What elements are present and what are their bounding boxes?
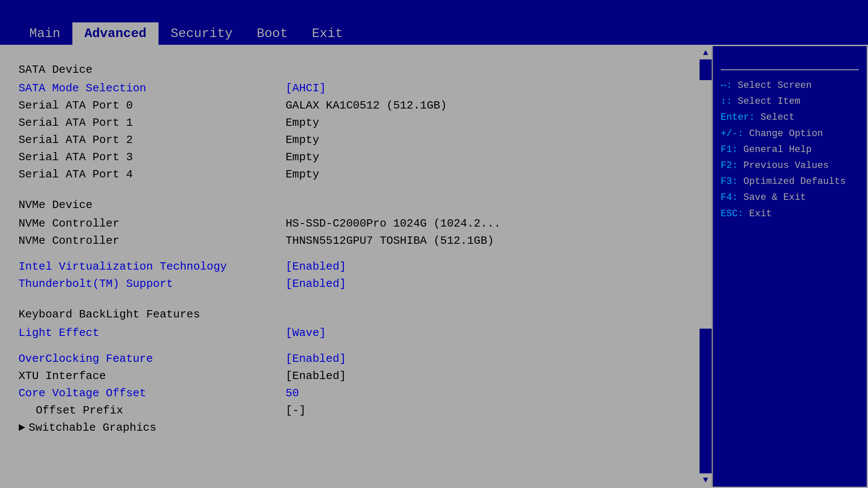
nav-tab-advanced[interactable]: Advanced: [72, 22, 159, 45]
menu-label-2: Serial ATA Port 0: [19, 99, 286, 112]
help-panel: ↔: Select Screen↕: Select ItemEnter: Sel…: [712, 46, 867, 487]
help-key-5: F2:: [721, 160, 738, 171]
menu-row-3: Serial ATA Port 1Empty: [19, 114, 682, 131]
menu-row-21: Offset Prefix[-]: [19, 402, 682, 419]
nav-tab-boot[interactable]: Boot: [245, 22, 300, 45]
nav-tabs: MainAdvancedSecurityBootExit: [0, 22, 868, 45]
menu-label-6: Serial ATA Port 4: [19, 168, 286, 181]
main-area: SATA DeviceSATA Mode Selection[AHCI]Seri…: [0, 45, 868, 488]
menu-value-12[interactable]: [Enabled]: [286, 260, 346, 273]
title-bar: [0, 0, 868, 22]
menu-row-13[interactable]: Thunderbolt(TM) Support[Enabled]: [19, 275, 682, 292]
menu-value-2: GALAX KA1C0512 (512.1GB): [286, 99, 447, 112]
help-item-2: Enter: Select: [721, 110, 859, 125]
menu-value-6: Empty: [286, 168, 319, 181]
nav-tab-security[interactable]: Security: [159, 22, 245, 45]
help-item-0: ↔: Select Screen: [721, 78, 859, 93]
help-item-5: F2: Previous Values: [721, 158, 859, 173]
menu-value-10: THNSN5512GPU7 TOSHIBA (512.1GB): [286, 234, 494, 247]
spacer-7: [19, 183, 682, 192]
help-item-7: F4: Save & Exit: [721, 190, 859, 205]
scrollbar-thumb[interactable]: [700, 80, 712, 329]
menu-label-19: XTU Interface: [19, 370, 286, 382]
help-key-1: ↕:: [721, 96, 732, 107]
menu-row-5: Serial ATA Port 3Empty: [19, 149, 682, 166]
menu-value-20[interactable]: 50: [286, 387, 299, 400]
help-item-3: +/-: Change Option: [721, 126, 859, 141]
menu-label-4: Serial ATA Port 2: [19, 134, 286, 146]
menu-label-3: Serial ATA Port 1: [19, 116, 286, 129]
menu-row-16[interactable]: Light Effect[Wave]: [19, 324, 682, 342]
menu-value-16[interactable]: [Wave]: [286, 326, 326, 339]
menu-value-9: HS-SSD-C2000Pro 1024G (1024.2...: [286, 217, 501, 230]
help-item-6: F3: Optimized Defaults: [721, 174, 859, 189]
menu-value-19: [Enabled]: [286, 370, 346, 382]
section-header-15: Keyboard BackLight Features: [19, 308, 682, 321]
help-key-3: +/-:: [721, 128, 744, 139]
menu-row-9: NVMe ControllerHS-SSD-C2000Pro 1024G (10…: [19, 215, 682, 232]
menu-label-1: SATA Mode Selection: [19, 82, 286, 95]
menu-value-18[interactable]: [Enabled]: [286, 352, 346, 365]
scrollbar-down-arrow[interactable]: ▼: [700, 473, 712, 487]
menu-value-1[interactable]: [AHCI]: [286, 82, 326, 95]
help-key-8: ESC:: [721, 208, 744, 219]
arrow-label-22: Switchable Graphics: [29, 421, 296, 434]
help-key-6: F3:: [721, 176, 738, 187]
menu-row-18[interactable]: OverClocking Feature[Enabled]: [19, 350, 682, 367]
arrow-row-22[interactable]: ►Switchable Graphics: [19, 419, 682, 436]
menu-row-12[interactable]: Intel Virtualization Technology[Enabled]: [19, 258, 682, 275]
scrollbar-track: [700, 59, 712, 473]
menu-label-20: Core Voltage Offset: [19, 387, 286, 400]
section-header-0: SATA Device: [19, 63, 682, 76]
menu-row-2: Serial ATA Port 0GALAX KA1C0512 (512.1GB…: [19, 97, 682, 114]
spacer-14: [19, 292, 682, 301]
nav-tab-exit[interactable]: Exit: [300, 22, 355, 45]
menu-label-13: Thunderbolt(TM) Support: [19, 277, 286, 290]
nav-tab-main[interactable]: Main: [17, 22, 72, 45]
content-panel: SATA DeviceSATA Mode Selection[AHCI]Seri…: [1, 46, 700, 487]
menu-value-21: [-]: [286, 404, 306, 417]
menu-label-9: NVMe Controller: [19, 217, 286, 230]
menu-value-13[interactable]: [Enabled]: [286, 277, 346, 290]
menu-label-5: Serial ATA Port 3: [19, 151, 286, 164]
arrow-icon-22: ►: [19, 421, 25, 434]
menu-row-20[interactable]: Core Voltage Offset50: [19, 385, 682, 402]
menu-row-1[interactable]: SATA Mode Selection[AHCI]: [19, 80, 682, 97]
menu-row-19: XTU Interface[Enabled]: [19, 367, 682, 385]
menu-label-10: NVMe Controller: [19, 234, 286, 247]
spacer-11: [19, 249, 682, 258]
menu-label-16: Light Effect: [19, 326, 286, 339]
menu-value-5: Empty: [286, 151, 319, 164]
section-header-8: NVMe Device: [19, 199, 682, 211]
help-key-7: F4:: [721, 192, 738, 203]
menu-label-21: Offset Prefix: [19, 404, 286, 417]
menu-value-4: Empty: [286, 134, 319, 146]
help-key-0: ↔:: [721, 80, 732, 91]
help-item-4: F1: General Help: [721, 142, 859, 157]
help-item-8: ESC: Exit: [721, 206, 859, 221]
scrollbar-up-arrow[interactable]: ▲: [700, 46, 712, 59]
menu-label-12: Intel Virtualization Technology: [19, 260, 286, 273]
scrollbar: ▲ ▼: [700, 46, 712, 487]
menu-label-18: OverClocking Feature: [19, 352, 286, 365]
menu-value-3: Empty: [286, 116, 319, 129]
menu-row-4: Serial ATA Port 2Empty: [19, 131, 682, 149]
help-item-1: ↕: Select Item: [721, 94, 859, 109]
spacer-17: [19, 342, 682, 350]
help-key-4: F1:: [721, 144, 738, 155]
menu-row-6: Serial ATA Port 4Empty: [19, 166, 682, 183]
help-key-2: Enter:: [721, 112, 755, 123]
menu-row-10: NVMe ControllerTHNSN5512GPU7 TOSHIBA (51…: [19, 232, 682, 249]
help-divider: [721, 69, 859, 70]
